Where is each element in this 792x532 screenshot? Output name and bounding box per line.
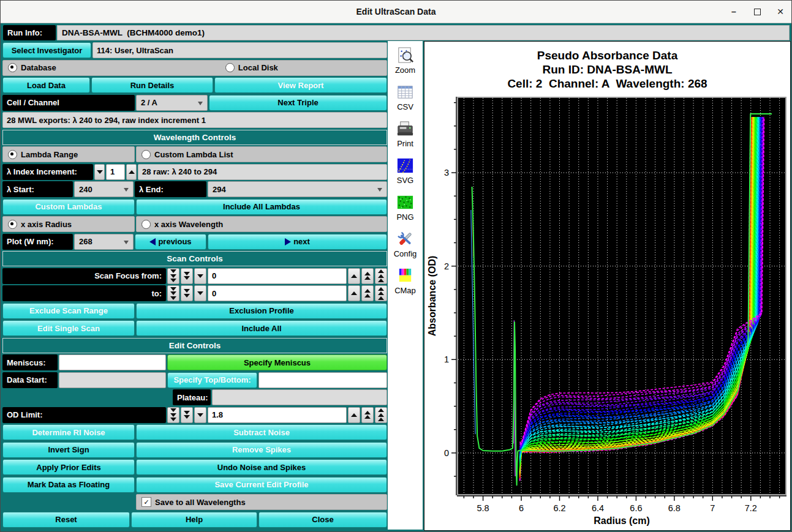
meniscus-field[interactable] bbox=[59, 354, 166, 370]
mark-data-floating-button[interactable]: Mark Data as Floating bbox=[2, 477, 135, 493]
investigator-value: 114: User, UltraScan bbox=[92, 42, 387, 58]
svg-text:7.2: 7.2 bbox=[745, 503, 757, 513]
maximize-icon[interactable] bbox=[752, 7, 762, 17]
lambda-increment-value[interactable]: 1 bbox=[106, 164, 125, 180]
print-tool-button[interactable]: Print bbox=[396, 119, 415, 148]
specify-top-bottom-button[interactable]: Specify Top/Bottom: bbox=[167, 372, 257, 388]
include-all-scans-button[interactable]: Include All bbox=[136, 320, 387, 336]
lambda-range-label: Lambda Range bbox=[21, 150, 78, 159]
load-data-button[interactable]: Load Data bbox=[2, 77, 90, 93]
database-radio[interactable] bbox=[8, 63, 17, 72]
svg-text:0: 0 bbox=[444, 448, 449, 458]
zoom-tool-label: Zoom bbox=[395, 66, 415, 75]
determine-ri-noise-button[interactable]: Determine RI Noise bbox=[2, 424, 135, 440]
edit-controls-panel: Select Investigator 114: User, UltraScan… bbox=[2, 42, 387, 528]
lambda-increment-up-button[interactable] bbox=[126, 164, 137, 180]
cell-channel-combo[interactable]: 2 / A bbox=[136, 95, 208, 111]
focus-to-up2-button[interactable] bbox=[361, 285, 374, 301]
png-icon bbox=[396, 193, 415, 212]
svg-tool-button[interactable]: SVG bbox=[396, 156, 415, 185]
remove-spikes-button[interactable]: Remove Spikes bbox=[136, 442, 387, 458]
previous-wavelength-button[interactable]: previous bbox=[135, 234, 206, 250]
cmap-tool-button[interactable]: CMap bbox=[394, 266, 416, 295]
lambda-range-radio[interactable] bbox=[8, 150, 17, 159]
focus-from-down2-button[interactable] bbox=[181, 268, 193, 284]
focus-from-up2-button[interactable] bbox=[361, 268, 374, 284]
run-details-button[interactable]: Run Details bbox=[91, 77, 213, 93]
focus-to-down2-button[interactable] bbox=[181, 285, 193, 301]
plot-title-line1: Pseudo Absorbance Data bbox=[424, 48, 790, 62]
od-limit-down2-button[interactable] bbox=[181, 407, 193, 423]
config-tool-label: Config bbox=[394, 249, 417, 258]
od-limit-down3-button[interactable] bbox=[167, 407, 179, 423]
csv-tool-button[interactable]: CSV bbox=[396, 83, 415, 111]
save-edit-profile-button[interactable]: Save Current Edit Profile bbox=[136, 477, 387, 493]
focus-to-down1-button[interactable] bbox=[194, 285, 206, 301]
include-all-lambdas-button[interactable]: Include All Lambdas bbox=[136, 199, 387, 215]
local-disk-radio[interactable] bbox=[225, 63, 235, 72]
exclusion-profile-button[interactable]: Exclusion Profile bbox=[136, 303, 387, 319]
od-limit-up3-button[interactable] bbox=[375, 407, 387, 423]
plot-wavelength-combo[interactable]: 268 bbox=[74, 234, 134, 250]
local-disk-radio-label: Local Disk bbox=[238, 63, 278, 72]
apply-prior-edits-button[interactable]: Apply Prior Edits bbox=[2, 459, 135, 475]
next-triple-button[interactable]: Next Triple bbox=[209, 95, 387, 111]
focus-to-up1-button[interactable] bbox=[348, 285, 360, 301]
custom-lambda-list-radio[interactable] bbox=[141, 150, 151, 159]
custom-lambdas-button[interactable]: Custom Lambdas bbox=[2, 199, 135, 215]
select-investigator-button[interactable]: Select Investigator bbox=[2, 42, 91, 58]
mwl-status: 28 MWL exports: λ 240 to 294, raw index … bbox=[2, 112, 387, 128]
focus-from-down1-button[interactable] bbox=[194, 268, 206, 284]
config-tool-button[interactable]: Config bbox=[394, 230, 417, 258]
run-info-value: DNA-BSA-MWL (BCHM4000 demo1) bbox=[57, 25, 790, 40]
next-label: next bbox=[293, 237, 310, 246]
subtract-noise-button[interactable]: Subtract Noise bbox=[136, 424, 387, 440]
focus-to-up3-button[interactable] bbox=[375, 285, 387, 301]
close-button[interactable]: Close bbox=[258, 512, 387, 528]
raw-lambda-status: 28 raw: λ 240 to 294 bbox=[138, 164, 387, 180]
zoom-tool-button[interactable]: Zoom bbox=[395, 46, 415, 75]
previous-arrow-icon bbox=[149, 238, 156, 245]
meniscus-label: Meniscus: bbox=[2, 354, 58, 370]
lambda-start-combo[interactable]: 240 bbox=[74, 181, 134, 197]
help-button[interactable]: Help bbox=[131, 512, 257, 528]
focus-from-up3-button[interactable] bbox=[375, 268, 387, 284]
od-limit-up2-button[interactable] bbox=[361, 407, 374, 423]
save-all-wavelengths-checkbox[interactable] bbox=[141, 497, 151, 507]
invert-sign-button[interactable]: Invert Sign bbox=[2, 442, 135, 458]
undo-noise-spikes-button[interactable]: Undo Noise and Spikes bbox=[136, 459, 387, 475]
focus-to-down3-button[interactable] bbox=[167, 285, 179, 301]
png-tool-button[interactable]: PNG bbox=[396, 193, 415, 222]
focus-to-value[interactable]: 0 bbox=[208, 285, 347, 301]
svg-text:6.4: 6.4 bbox=[592, 503, 604, 513]
focus-from-value[interactable]: 0 bbox=[208, 268, 347, 284]
od-limit-value[interactable]: 1.8 bbox=[208, 407, 347, 423]
od-limit-up1-button[interactable] bbox=[348, 407, 360, 423]
lambda-end-combo[interactable]: 294 bbox=[208, 181, 387, 197]
edit-single-scan-button[interactable]: Edit Single Scan bbox=[2, 320, 135, 336]
reset-button[interactable]: Reset bbox=[2, 512, 130, 528]
x-axis-wavelength-radio[interactable] bbox=[141, 220, 151, 229]
png-tool-label: PNG bbox=[396, 212, 413, 222]
svg-text:5.8: 5.8 bbox=[477, 503, 489, 513]
focus-from-down3-button[interactable] bbox=[167, 268, 179, 284]
view-report-button[interactable]: View Report bbox=[214, 77, 387, 93]
od-limit-down1-button[interactable] bbox=[194, 407, 206, 423]
cell-channel-label: Cell / Channel bbox=[2, 95, 135, 111]
focus-from-up1-button[interactable] bbox=[348, 268, 360, 284]
wavelength-controls-header: Wavelength Controls bbox=[2, 130, 387, 145]
close-icon[interactable]: ✕ bbox=[775, 7, 785, 17]
top-bottom-field[interactable] bbox=[258, 372, 387, 388]
print-tool-label: Print bbox=[397, 139, 413, 148]
next-wavelength-button[interactable]: next bbox=[208, 234, 387, 250]
exclude-scan-range-button[interactable]: Exclude Scan Range bbox=[2, 303, 135, 319]
specify-meniscus-button[interactable]: Specify Meniscus bbox=[167, 354, 387, 370]
x-axis-radius-cell: x axis Radius bbox=[2, 216, 135, 232]
absorbance-plot[interactable]: 5.866.26.46.66.877.2Radius (cm)0123Absor… bbox=[424, 42, 790, 530]
plateau-label: Plateau: bbox=[173, 389, 211, 405]
lambda-increment-down-button[interactable] bbox=[94, 164, 105, 180]
minimize-icon[interactable]: – bbox=[729, 7, 739, 17]
save-all-spacer bbox=[2, 494, 135, 510]
save-all-wavelengths-label: Save to all Wavelengths bbox=[155, 498, 246, 507]
x-axis-radius-radio[interactable] bbox=[8, 220, 17, 229]
